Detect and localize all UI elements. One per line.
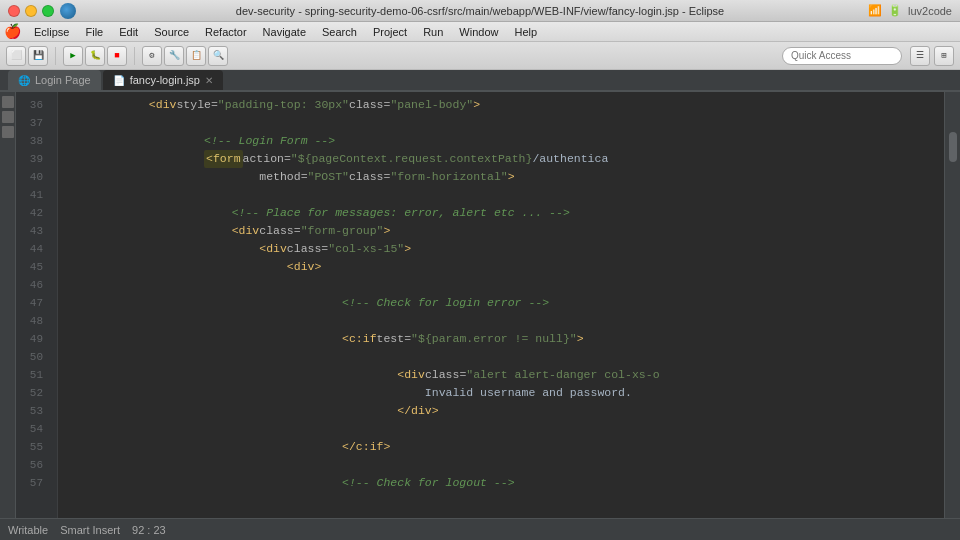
menubar: 🍎 Eclipse File Edit Source Refactor Navi… [0, 22, 960, 42]
menu-help[interactable]: Help [507, 25, 544, 39]
status-smart-insert: Smart Insert [60, 524, 120, 536]
form-tag: <form [204, 150, 243, 168]
toolbar-nav-group: ⬜ 💾 [6, 46, 48, 66]
indent-42 [66, 204, 232, 222]
maximize-button[interactable] [42, 5, 54, 17]
save-button[interactable]: 💾 [28, 46, 48, 66]
attr-class: class= [349, 96, 390, 114]
indent-51 [66, 366, 397, 384]
titlebar-right: 📶 🔋 luv2code [868, 4, 952, 17]
ln-36: 36 [16, 96, 49, 114]
menu-navigate[interactable]: Navigate [256, 25, 313, 39]
attr-class-44: class= [287, 240, 328, 258]
ln-47: 47 [16, 294, 49, 312]
val-test: "${param.error != null}" [411, 330, 577, 348]
menu-edit[interactable]: Edit [112, 25, 145, 39]
menu-window[interactable]: Window [452, 25, 505, 39]
toolbar-btn-4[interactable]: 🔍 [208, 46, 228, 66]
menu-refactor[interactable]: Refactor [198, 25, 254, 39]
ln-38: 38 [16, 132, 49, 150]
val-form-group: "form-group" [301, 222, 384, 240]
battery-icon: 🔋 [888, 4, 902, 17]
code-line-50 [66, 348, 944, 366]
ln-49: 49 [16, 330, 49, 348]
code-line-53: </div> [66, 402, 944, 420]
indent-43 [66, 222, 232, 240]
tab-label-jsp: fancy-login.jsp [130, 74, 200, 86]
indent-49 [66, 330, 342, 348]
ln-50: 50 [16, 348, 49, 366]
new-button[interactable]: ⬜ [6, 46, 26, 66]
toolbar-btn-3[interactable]: 📋 [186, 46, 206, 66]
code-line-43: <div class= "form-group" > [66, 222, 944, 240]
right-gutter[interactable] [944, 92, 960, 518]
code-line-41 [66, 186, 944, 204]
ln-37: 37 [16, 114, 49, 132]
comment-check-logout: <!-- Check for logout --> [342, 474, 515, 492]
status-writable: Writable [8, 524, 48, 536]
menu-run[interactable]: Run [416, 25, 450, 39]
stop-button[interactable]: ■ [107, 46, 127, 66]
tab-close-button[interactable]: ✕ [205, 75, 213, 86]
tag-cif: <c:if [342, 330, 377, 348]
toolbar-extra-group: ⚙ 🔧 📋 🔍 [142, 46, 228, 66]
indent-47 [66, 294, 342, 312]
menu-source[interactable]: Source [147, 25, 196, 39]
tag-div-close-bracket: > [473, 96, 480, 114]
traffic-lights[interactable] [8, 5, 54, 17]
quick-access-input[interactable] [782, 47, 902, 65]
eclipse-icon [60, 3, 76, 19]
attr-test: test= [377, 330, 412, 348]
indent-45 [66, 258, 287, 276]
val-post: "POST" [308, 168, 349, 186]
close-button[interactable] [8, 5, 20, 17]
tab-fancy-login[interactable]: 📄 fancy-login.jsp ✕ [103, 70, 223, 90]
attr-class-43: class= [259, 222, 300, 240]
perspective-button[interactable]: ☰ [910, 46, 930, 66]
run-button[interactable]: ▶ [63, 46, 83, 66]
code-line-57: <!-- Check for logout --> [66, 474, 944, 492]
ln-41: 41 [16, 186, 49, 204]
comment-check-error: <!-- Check for login error --> [342, 294, 549, 312]
tag-div-formgroup: <div [232, 222, 260, 240]
debug-button[interactable]: 🐛 [85, 46, 105, 66]
tag-div-alert: <div [397, 366, 425, 384]
comment-messages: <!-- Place for messages: error, alert et… [232, 204, 570, 222]
editor-area: 36 37 38 39 40 41 42 43 44 45 46 47 48 4… [0, 92, 960, 518]
tag-form-bracket: > [508, 168, 515, 186]
toolbar-btn-1[interactable]: ⚙ [142, 46, 162, 66]
ln-56: 56 [16, 456, 49, 474]
menu-file[interactable]: File [78, 25, 110, 39]
tabbar: 🌐 Login Page 📄 fancy-login.jsp ✕ [0, 70, 960, 92]
status-position: 92 : 23 [132, 524, 166, 536]
code-line-36: <div style= "padding-top: 30px" class= "… [66, 96, 944, 114]
tab-login-page[interactable]: 🌐 Login Page [8, 70, 101, 90]
indent-38 [66, 132, 204, 150]
toolbar-sep-1 [55, 47, 56, 65]
line-numbers: 36 37 38 39 40 41 42 43 44 45 46 47 48 4… [16, 92, 58, 518]
menu-eclipse[interactable]: Eclipse [27, 25, 76, 39]
apple-menu[interactable]: 🍎 [4, 23, 21, 40]
code-line-44: <div class= "col-xs-15" > [66, 240, 944, 258]
tag-div-open: <div [149, 96, 177, 114]
attr-class-51: class= [425, 366, 466, 384]
ln-43: 43 [16, 222, 49, 240]
code-line-54 [66, 420, 944, 438]
toolbar-btn-2[interactable]: 🔧 [164, 46, 184, 66]
code-line-48 [66, 312, 944, 330]
scrollbar-thumb[interactable] [949, 132, 957, 162]
code-editor[interactable]: <div style= "padding-top: 30px" class= "… [58, 92, 944, 518]
view-button[interactable]: ⊞ [934, 46, 954, 66]
menu-project[interactable]: Project [366, 25, 414, 39]
toolbar-run-group: ▶ 🐛 ■ [63, 46, 127, 66]
val-action: "${pageContext.request.contextPath} [291, 150, 533, 168]
menu-search[interactable]: Search [315, 25, 364, 39]
code-line-39: <form action= "${pageContext.request.con… [66, 150, 944, 168]
titlebar: dev-security - spring-security-demo-06-c… [0, 0, 960, 22]
minimize-button[interactable] [25, 5, 37, 17]
tag-cif-close: > [577, 330, 584, 348]
statusbar: Writable Smart Insert 92 : 23 [0, 518, 960, 540]
val-padding: "padding-top: 30px" [218, 96, 349, 114]
toolbar: ⬜ 💾 ▶ 🐛 ■ ⚙ 🔧 📋 🔍 ☰ ⊞ [0, 42, 960, 70]
code-line-51: <div class= "alert alert-danger col-xs-o [66, 366, 944, 384]
